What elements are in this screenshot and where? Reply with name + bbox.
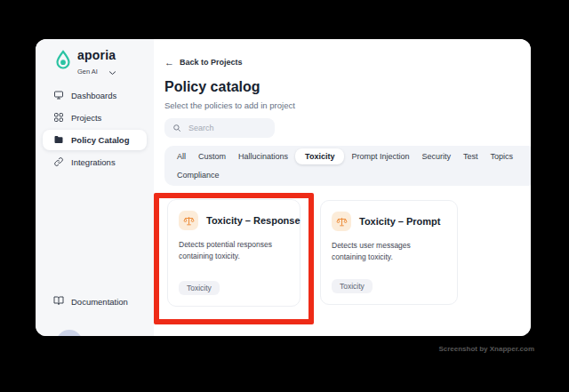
brand-name: aporia [77,49,116,62]
scales-icon [332,212,351,231]
card-title: Toxicity – Response [206,215,301,226]
card-title: Toxicity – Prompt [359,216,440,227]
search-box[interactable] [164,118,275,138]
chevron-down-icon[interactable] [108,63,116,79]
search-icon [172,120,181,136]
sidebar-item-projects[interactable]: Projects [43,108,147,128]
sidebar-item-label: Documentation [71,297,128,307]
screenshot-stage: aporia Gen AI Dashb [0,0,569,392]
watermark-text: Screenshot by Xnapper.com [438,345,534,353]
policy-card-toxicity-response[interactable]: Toxicity – Response Detects potential re… [167,199,301,307]
sidebar-item-policy-catalog[interactable]: Policy Catalog [43,130,147,150]
folder-icon [53,134,64,147]
sidebar-item-dashboards[interactable]: Dashboards [43,85,147,106]
tab-compliance[interactable]: Compliance [172,167,225,183]
tab-security[interactable]: Security [416,148,456,164]
back-arrow-icon: ← [164,59,174,67]
page-title: Policy catalog [164,79,260,95]
card-tag-toxicity: Toxicity [179,281,220,295]
policy-category-tabs: All Custom Hallucinations Toxicity Promp… [164,146,531,186]
back-link-label: Back to Projects [180,58,243,67]
book-icon [53,295,64,308]
app-window: aporia Gen AI Dashb [36,39,531,336]
back-to-projects-link[interactable]: ← Back to Projects [164,58,243,67]
dashboards-icon [53,90,64,102]
sidebar-item-label: Integrations [71,157,116,167]
page-subtitle: Select the policies to add in project [164,100,295,110]
sidebar-item-label: Projects [71,113,101,123]
sidebar-item-integrations[interactable]: Integrations [43,152,147,172]
sidebar-item-documentation[interactable]: Documentation [53,295,128,308]
brand-logo: aporia Gen AI [54,49,116,79]
sidebar-item-label: Policy Catalog [71,135,129,145]
tab-test[interactable]: Test [458,148,484,164]
tab-toxicity[interactable]: Toxicity [295,148,344,164]
link-icon [53,156,64,169]
policy-card-toxicity-prompt[interactable]: Toxicity – Prompt Detects user messages … [320,200,458,305]
workspace-name: Gen AI [77,68,98,76]
sidebar-item-label: Dashboards [71,91,116,100]
tab-all[interactable]: All [172,148,191,164]
tab-prompt-injection[interactable]: Prompt Injection [346,148,414,164]
search-input[interactable] [187,123,267,133]
tab-topics[interactable]: Topics [485,148,518,164]
card-description: Detects potential responses containing t… [179,239,293,262]
main-content: ← Back to Projects Policy catalog Select… [154,39,531,336]
sidebar: aporia Gen AI Dashb [36,39,154,336]
scales-icon [179,211,198,230]
tab-hallucinations[interactable]: Hallucinations [233,148,293,164]
avatar[interactable] [56,330,83,336]
aporia-droplet-icon [54,49,72,76]
tab-custom[interactable]: Custom [193,148,231,164]
card-tag-toxicity: Toxicity [332,279,373,293]
card-description: Detects user messages containing toxicit… [332,240,445,263]
sidebar-nav: Dashboards Projects [43,85,147,174]
projects-icon [53,112,64,124]
